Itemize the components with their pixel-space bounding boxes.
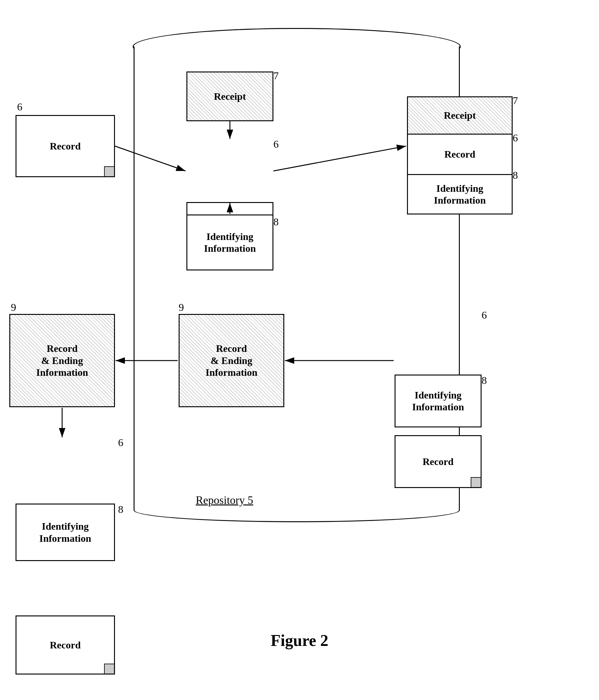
right-identifying: Identifying Information <box>408 175 512 214</box>
center-record-ref: 6 <box>274 138 279 150</box>
right-identifying-ref: 8 <box>481 375 487 386</box>
center-record-ending-ref: 9 <box>179 301 184 313</box>
right-record-ref: 6 <box>513 132 518 144</box>
right-record-ref: 6 <box>481 309 487 321</box>
left-record-top-ref: 6 <box>17 101 22 113</box>
left-record-top: Record <box>16 115 115 177</box>
left-record-ending: Record & Ending Information <box>9 314 115 407</box>
center-receipt: Receipt <box>186 72 274 121</box>
center-identifying-ref: 8 <box>274 216 279 228</box>
right-receipt: Receipt <box>408 97 512 134</box>
repository-label: Repository 5 <box>196 494 253 507</box>
left-record-bottom-ref: 6 <box>118 437 123 449</box>
right-identifying-ref: 8 <box>513 169 518 181</box>
center-record-ending: Record & Ending Information <box>179 314 284 407</box>
right-identifying-bottom: Identifying Information <box>395 375 481 427</box>
left-identifying-bottom: Identifying Information <box>16 504 115 561</box>
diagram: Repository 5 Record 6 Receipt 7 Record 6… <box>0 9 599 662</box>
left-identifying-bottom-ref: 8 <box>118 504 123 515</box>
figure-caption: Figure 2 <box>0 631 599 650</box>
right-record-bottom: Record <box>395 435 481 488</box>
right-stacked-box: Receipt Record Identifying Information <box>407 96 513 215</box>
center-identifying: Identifying Information <box>186 215 274 270</box>
right-receipt-ref: 7 <box>513 95 518 107</box>
right-record: Record <box>408 134 512 174</box>
left-record-ending-ref: 9 <box>11 301 16 313</box>
center-receipt-ref: 7 <box>274 70 279 82</box>
